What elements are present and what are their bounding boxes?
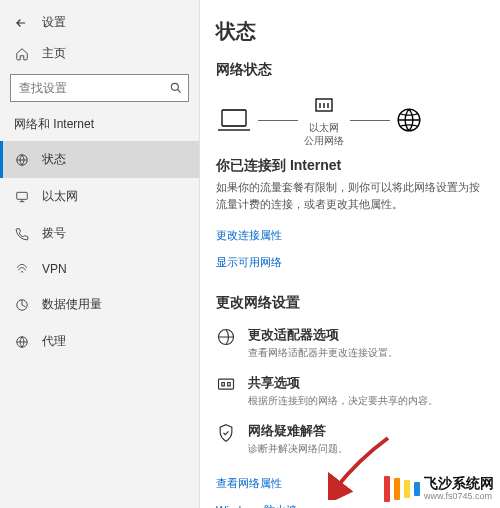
ethernet-adapter-icon	[312, 93, 336, 117]
watermark: 飞沙系统网 www.fs0745.com	[384, 476, 494, 502]
option-title: 共享选项	[248, 374, 438, 392]
sidebar-item-status[interactable]: 状态	[0, 141, 199, 178]
change-settings-heading: 更改网络设置	[216, 294, 484, 312]
sharing-options-icon	[216, 374, 238, 395]
sidebar-category: 网络和 Internet	[0, 112, 199, 141]
page-title: 状态	[216, 18, 484, 45]
option-troubleshoot[interactable]: 网络疑难解答 诊断并解决网络问题。	[216, 422, 484, 456]
home-icon	[14, 47, 30, 61]
globe-icon	[396, 107, 422, 133]
laptop-icon	[216, 106, 252, 134]
option-desc: 诊断并解决网络问题。	[248, 442, 348, 456]
data-usage-icon	[14, 298, 30, 312]
arrow-left-icon	[14, 16, 28, 30]
sidebar-item-label: 以太网	[42, 188, 78, 205]
diagram-ethernet-label: 以太网	[304, 121, 344, 134]
option-title: 网络疑难解答	[248, 422, 348, 440]
link-show-available-networks[interactable]: 显示可用网络	[216, 255, 282, 270]
option-adapter[interactable]: 更改适配器选项 查看网络适配器并更改连接设置。	[216, 326, 484, 360]
sidebar-item-dialup[interactable]: 拨号	[0, 215, 199, 252]
network-diagram: 以太网 公用网络	[216, 93, 484, 147]
troubleshoot-icon	[216, 422, 238, 443]
sidebar-item-ethernet[interactable]: 以太网	[0, 178, 199, 215]
link-windows-firewall[interactable]: Windows 防火墙	[216, 503, 297, 508]
option-desc: 查看网络适配器并更改连接设置。	[248, 346, 398, 360]
proxy-icon	[14, 335, 30, 349]
svg-rect-2	[17, 192, 28, 199]
status-icon	[14, 153, 30, 167]
search-input[interactable]	[10, 74, 189, 102]
sidebar-item-label: VPN	[42, 262, 67, 276]
watermark-url: www.fs0745.com	[424, 492, 494, 502]
back-button[interactable]	[14, 16, 28, 30]
svg-rect-5	[222, 110, 246, 126]
dialup-icon	[14, 227, 30, 241]
connected-description: 如果你的流量套餐有限制，则你可以将此网络设置为按流量计费的连接，或者更改其他属性…	[216, 179, 484, 212]
sidebar-item-label: 状态	[42, 151, 66, 168]
svg-point-0	[171, 83, 178, 90]
sidebar-item-vpn[interactable]: VPN	[0, 252, 199, 286]
vpn-icon	[14, 262, 30, 276]
ethernet-icon	[14, 190, 30, 204]
svg-rect-9	[219, 379, 234, 389]
sidebar-home[interactable]: 主页	[0, 37, 199, 70]
adapter-options-icon	[216, 326, 238, 347]
diagram-public-label: 公用网络	[304, 134, 344, 147]
home-label: 主页	[42, 45, 66, 62]
sidebar-item-proxy[interactable]: 代理	[0, 323, 199, 360]
app-title: 设置	[42, 14, 66, 31]
search-icon	[169, 81, 183, 95]
connected-title: 你已连接到 Internet	[216, 157, 484, 175]
option-desc: 根据所连接到的网络，决定要共享的内容。	[248, 394, 438, 408]
link-view-network-props[interactable]: 查看网络属性	[216, 476, 282, 491]
watermark-title: 飞沙系统网	[424, 476, 494, 491]
link-change-adapter-props[interactable]: 更改连接属性	[216, 228, 282, 243]
option-title: 更改适配器选项	[248, 326, 398, 344]
sidebar-item-label: 代理	[42, 333, 66, 350]
sidebar-item-datausage[interactable]: 数据使用量	[0, 286, 199, 323]
network-status-heading: 网络状态	[216, 61, 484, 79]
sidebar-item-label: 数据使用量	[42, 296, 102, 313]
option-sharing[interactable]: 共享选项 根据所连接到的网络，决定要共享的内容。	[216, 374, 484, 408]
sidebar-item-label: 拨号	[42, 225, 66, 242]
